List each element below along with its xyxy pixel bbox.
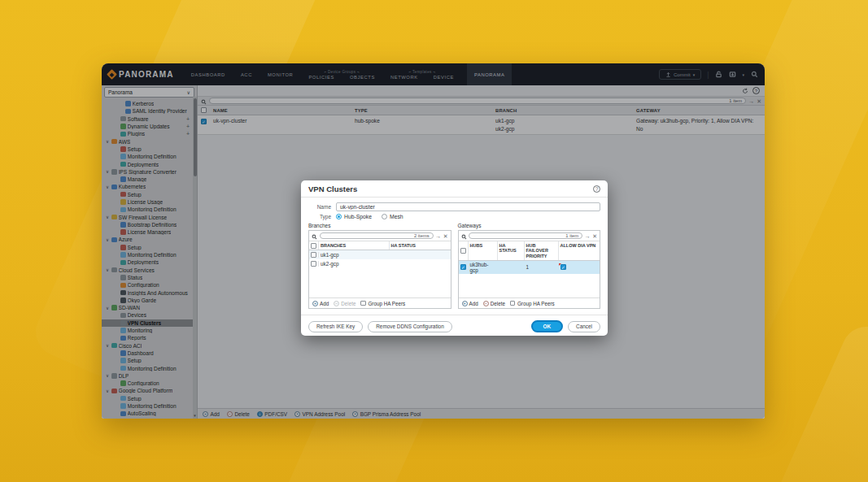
- gateways-panel-label: Gateways: [458, 223, 601, 228]
- branches-search-bar: 2 items → ✕: [309, 231, 451, 241]
- hub-spoke-label: Hub-Spoke: [344, 214, 372, 219]
- name-field-label: Name: [308, 204, 331, 210]
- ha-status-column-header[interactable]: HA STATUS: [390, 241, 451, 250]
- gateways-panel: Gateways 1 item → ✕ HUBS: [458, 223, 601, 309]
- add-icon: +: [312, 301, 318, 306]
- branch-name: uk1-gcp: [319, 251, 389, 258]
- allow-dia-vpn-cell: [559, 263, 600, 271]
- gateways-select-all-checkbox[interactable]: [460, 248, 466, 254]
- cancel-button[interactable]: Cancel: [568, 321, 600, 332]
- type-option-mesh[interactable]: Mesh: [382, 214, 403, 219]
- branch-row-checkbox[interactable]: [311, 252, 316, 258]
- dialog-header: VPN Clusters ?: [301, 180, 608, 198]
- gateways-add-button[interactable]: +Add: [462, 301, 478, 306]
- hubs-column-header[interactable]: HUBS: [469, 241, 498, 260]
- branches-select-all-checkbox[interactable]: [311, 243, 316, 249]
- branches-panel-label: Branches: [308, 223, 451, 228]
- uk2-gcp[interactable]: uk2-gcp: [309, 259, 451, 268]
- radio-selected-icon: [336, 214, 342, 219]
- allow-dia-vpn-checkbox[interactable]: [560, 264, 566, 270]
- branch-ha-status: [389, 263, 450, 265]
- mesh-label: Mesh: [390, 214, 403, 219]
- dialog-footer: Refresh IKE Key Remove DDNS Configuratio…: [301, 315, 608, 338]
- gateways-footer: +Add −Delete Group HA Peers: [459, 297, 600, 308]
- branches-item-count: 2 items: [414, 233, 430, 238]
- add-icon: +: [462, 301, 468, 306]
- branches-delete-button[interactable]: −Delete: [334, 301, 355, 306]
- branches-search-input[interactable]: 2 items: [320, 232, 434, 240]
- type-field-label: Type: [308, 214, 331, 219]
- branches-group-ha-peers-checkbox[interactable]: Group HA Peers: [360, 301, 405, 306]
- gateway-row[interactable]: uk3hub-gcp 1: [459, 261, 600, 274]
- hub-failover-priority-column-header[interactable]: HUB FAILOVER PRIORITY: [525, 241, 559, 260]
- gateways-item-count: 1 item: [565, 233, 578, 238]
- gateways-search-bar: 1 item → ✕: [459, 231, 600, 241]
- delete-icon: −: [334, 301, 339, 306]
- refresh-ike-key-button[interactable]: Refresh IKE Key: [308, 321, 363, 332]
- branches-column-header[interactable]: BRANCHES: [319, 241, 390, 250]
- name-field[interactable]: [336, 202, 600, 211]
- dialog-help-icon[interactable]: ?: [593, 185, 600, 193]
- branch-ha-status: [389, 254, 450, 256]
- hub-name: uk3hub-gcp: [469, 261, 498, 274]
- branch-row-checkbox[interactable]: [311, 261, 316, 267]
- dialog-title: VPN Clusters: [308, 185, 357, 193]
- radio-unselected-icon: [382, 214, 387, 219]
- ha-status-column-header[interactable]: HA STATUS: [498, 241, 525, 260]
- gateways-table-header: HUBS HA STATUS HUB FAILOVER PRIORITY ALL…: [459, 241, 600, 261]
- checkbox-icon: [510, 301, 516, 306]
- apply-filter-arrow-icon[interactable]: →: [585, 233, 591, 239]
- ok-button[interactable]: OK: [531, 320, 564, 332]
- hub-ha-status: [498, 267, 525, 268]
- gateways-group-ha-peers-checkbox[interactable]: Group HA Peers: [510, 301, 555, 306]
- uk1-gcp[interactable]: uk1-gcp: [309, 250, 451, 259]
- apply-filter-arrow-icon[interactable]: →: [435, 233, 441, 239]
- branches-panel: Branches 2 items → ✕ BRANCHE: [308, 223, 451, 309]
- delete-icon: −: [483, 301, 489, 306]
- gateways-search-input[interactable]: 1 item: [469, 232, 582, 240]
- checkbox-icon: [360, 301, 366, 306]
- branch-name: uk2-gcp: [319, 260, 389, 267]
- branches-footer: +Add −Delete Group HA Peers: [309, 297, 451, 308]
- remove-ddns-configuration-button[interactable]: Remove DDNS Configuration: [368, 321, 451, 332]
- hub-failover-priority: 1: [525, 263, 559, 271]
- gateways-delete-button[interactable]: −Delete: [483, 301, 505, 306]
- clear-filter-icon[interactable]: ✕: [443, 233, 448, 239]
- branches-add-button[interactable]: +Add: [312, 301, 329, 306]
- clear-filter-icon[interactable]: ✕: [592, 233, 597, 239]
- branches-table-header: BRANCHES HA STATUS: [309, 241, 451, 250]
- vpn-clusters-dialog: VPN Clusters ? Name Type Hub-Spoke Mesh: [301, 180, 608, 336]
- allow-dia-vpn-column-header[interactable]: ALLOW DIA VPN: [559, 241, 600, 260]
- branches-table-body: uk1-gcp uk2-gcp: [309, 250, 451, 268]
- background-streak: [755, 319, 868, 482]
- gateway-row-checkbox[interactable]: [460, 264, 466, 270]
- type-option-hub-spoke[interactable]: Hub-Spoke: [336, 214, 372, 219]
